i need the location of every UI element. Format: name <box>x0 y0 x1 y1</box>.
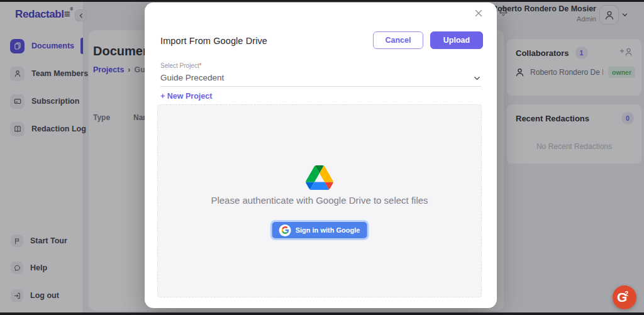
select-project-label: Select Project* <box>160 62 202 69</box>
close-icon <box>474 9 483 18</box>
project-select[interactable]: Guide Precedent <box>160 72 481 87</box>
google-drive-icon <box>306 165 333 192</box>
app-screen: Redactabl≡® Documents Team Members <box>0 0 644 315</box>
window-top-edge <box>0 0 644 2</box>
new-project-link[interactable]: + New Project <box>160 92 212 101</box>
select-chevron-down-icon <box>473 74 481 85</box>
authenticate-message: Please authenticate with Google Drive to… <box>158 195 481 206</box>
cancel-button[interactable]: Cancel <box>373 31 423 49</box>
modal-title: Import From Google Drive <box>160 36 267 46</box>
g2-badge-icon[interactable]: G 2 <box>613 285 636 309</box>
window-bottom-edge <box>0 312 644 315</box>
upload-button[interactable]: Upload <box>430 31 483 49</box>
required-asterisk: * <box>199 62 202 69</box>
sign-in-with-google-label: Sign in with Google <box>296 226 360 234</box>
select-project-label-text: Select Project <box>160 62 199 69</box>
g2-number: 2 <box>625 290 628 297</box>
modal-close-button[interactable] <box>474 9 484 19</box>
import-google-drive-modal: Import From Google Drive Cancel Upload S… <box>145 3 497 308</box>
google-drive-dropzone: Please authenticate with Google Drive to… <box>157 104 482 297</box>
sign-in-with-google-button[interactable]: Sign in with Google <box>270 220 369 240</box>
google-g-icon <box>279 224 291 236</box>
project-select-value: Guide Precedent <box>160 73 224 82</box>
